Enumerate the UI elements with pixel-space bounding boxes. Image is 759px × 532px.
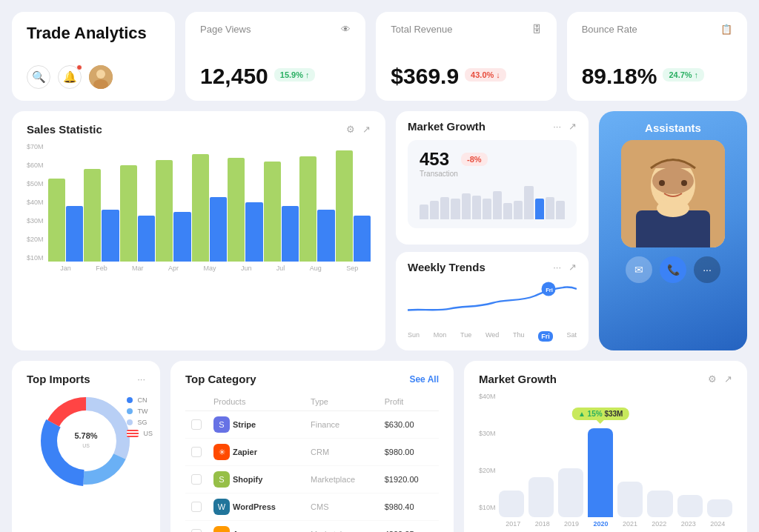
mini-bar — [503, 203, 512, 219]
mg-filter-icon[interactable]: ⚙ — [708, 373, 717, 385]
svg-point-1 — [96, 70, 105, 79]
donut-legend: CN TW SG US — [127, 396, 153, 437]
mini-bar — [546, 197, 554, 219]
total-revenue-badge: 43.0% ↓ — [465, 68, 506, 82]
row-checkbox[interactable] — [191, 447, 202, 457]
weekly-days: Sun Mon Tue Wed Thu Fri Sat — [408, 331, 577, 342]
mg-expand-icon[interactable]: ↗ — [724, 373, 732, 385]
call-button[interactable]: 📞 — [660, 256, 686, 283]
mg-bar-group — [499, 491, 524, 517]
mg-x-label: 2017 — [506, 520, 520, 528]
mg-x-label: 2023 — [681, 520, 696, 528]
svg-point-18 — [62, 417, 110, 465]
total-revenue-card: Total Revenue 🗄 $369.9 43.0% ↓ — [376, 12, 556, 101]
email-button[interactable]: ✉ — [626, 256, 652, 283]
imports-more-icon[interactable]: ··· — [137, 373, 145, 385]
company-profit: 4300.25 — [379, 521, 439, 533]
bar-group — [84, 169, 119, 262]
company-icon: S — [213, 416, 230, 433]
see-all-button[interactable]: See All — [409, 374, 439, 385]
bar-blue — [210, 197, 227, 262]
donut-wrapper: 5.78% US CN TW SG US — [27, 393, 145, 489]
brand-title: Trade Analytics — [27, 24, 160, 43]
row-checkbox[interactable] — [191, 419, 202, 430]
svg-text:Fri: Fri — [546, 287, 553, 293]
legend-cn: CN — [127, 396, 153, 404]
imports-title: Top Imports — [27, 373, 90, 385]
avatar-image — [89, 65, 113, 89]
bar-group — [156, 160, 191, 262]
company-type: CRM — [305, 439, 379, 466]
svg-point-10 — [659, 180, 665, 186]
bar-blue — [245, 202, 262, 262]
top-imports-card: Top Imports ··· 5.78% US CN TW SG — [12, 361, 160, 532]
mid-row: Sales Statistic ⚙ ↗ $70M $60M $50M $40M … — [12, 111, 747, 350]
mini-bar — [556, 201, 565, 219]
bounce-rate-card: Bounce Rate 📋 89.18% 24.7% ↑ — [567, 12, 747, 101]
weekly-line-chart: Fri — [408, 281, 577, 325]
mg-bar — [558, 468, 583, 517]
mg-bar — [528, 477, 554, 517]
sales-title: Sales Statistic — [27, 123, 102, 136]
bar-green — [120, 165, 137, 262]
category-table: Products Type Profit S Stripe Finance $6… — [185, 393, 439, 532]
expand-mini-icon[interactable]: ↗ — [569, 121, 577, 132]
avatar[interactable] — [89, 65, 113, 89]
bar-group — [120, 165, 156, 262]
bar-group — [264, 162, 299, 262]
mg-x-label: 2019 — [564, 520, 579, 528]
mg-bar — [499, 491, 524, 517]
mg-x-label: 2021 — [623, 520, 637, 528]
expand-icon[interactable]: ↗ — [362, 124, 371, 135]
mg-bar-title: Market Growth — [479, 373, 557, 385]
mini-bar — [462, 193, 471, 219]
market-growth-mini-card: Market Growth ··· ↗ 453 -8% Transaction — [396, 111, 589, 245]
mini-bar — [514, 201, 523, 219]
market-growth-title: Market Growth — [408, 120, 485, 133]
row-checkbox[interactable] — [191, 502, 202, 512]
mini-bar — [451, 199, 460, 219]
company-icon: S — [213, 471, 230, 488]
sales-actions: ⚙ ↗ — [342, 124, 371, 135]
bounce-rate-badge: 24.7% ↑ — [663, 68, 704, 82]
search-button[interactable]: 🔍 — [27, 65, 50, 89]
company-name: Zapier — [233, 448, 257, 456]
more-icon[interactable]: ··· — [553, 121, 561, 132]
notifications-button[interactable]: 🔔 — [58, 65, 82, 89]
market-val-row: 453 -8% — [420, 149, 565, 170]
mini-bar — [420, 205, 428, 219]
row-checkbox[interactable] — [191, 474, 202, 485]
mg-bar-group — [558, 468, 583, 517]
filter-icon[interactable]: ⚙ — [346, 124, 355, 135]
page-views-badge: 15.9% ↑ — [274, 68, 316, 82]
total-revenue-label: Total Revenue 🗄 — [391, 24, 541, 35]
mini-bar — [430, 201, 439, 219]
company-icon: a — [213, 526, 230, 532]
table-row: a Amazon Marketplace 4300.25 — [185, 521, 439, 533]
bar-blue — [354, 216, 371, 262]
bar-green — [84, 169, 101, 262]
svg-text:5.78%: 5.78% — [74, 431, 97, 440]
mini-bars — [420, 182, 565, 219]
expand-weekly-icon[interactable]: ↗ — [569, 262, 577, 273]
bar-green — [228, 158, 245, 262]
company-profit: $980.00 — [379, 439, 439, 466]
bounce-rate-row: 89.18% 24.7% ↑ — [582, 61, 732, 89]
bounce-rate-label: Bounce Rate 📋 — [582, 24, 732, 35]
col-products: Products — [208, 393, 305, 411]
company-profit: $630.00 — [379, 411, 439, 439]
x-axis: JanFebMarAprMayJunJulAugSep — [48, 265, 371, 272]
table-row: ✳ Zapier CRM $980.00 — [185, 439, 439, 466]
mg-bar-group — [707, 499, 732, 517]
more-options-button[interactable]: ··· — [694, 256, 720, 283]
row-checkbox[interactable] — [191, 529, 202, 532]
mg-x-axis: 20172018201920202021202220232024 — [499, 520, 732, 528]
mg-bar-wrapper — [499, 491, 524, 517]
market-sub: Transaction — [420, 170, 565, 178]
mg-y-axis: $40M $30M $20M $10M — [479, 393, 496, 511]
total-revenue-row: $369.9 43.0% ↓ — [391, 61, 541, 89]
bounce-rate-icon: 📋 — [720, 24, 732, 35]
company-name: WordPress — [233, 502, 276, 511]
more-weekly-icon[interactable]: ··· — [553, 262, 561, 273]
weekly-trends-card: Weekly Trends ··· ↗ Fri Sun Mon Tue Wed — [396, 252, 589, 350]
